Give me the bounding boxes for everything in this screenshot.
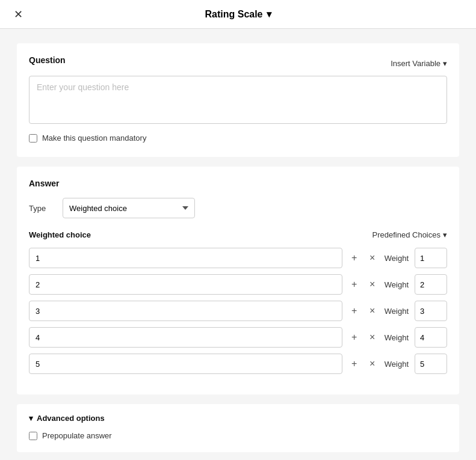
weight-label: Weight xyxy=(385,360,409,369)
title-chevron-icon: ▾ xyxy=(267,8,271,20)
choice-add-button[interactable]: + xyxy=(348,358,360,370)
prepopulate-row: Prepopulate answer xyxy=(29,431,447,440)
advanced-toggle-label: Advanced options xyxy=(37,414,105,423)
prepopulate-label[interactable]: Prepopulate answer xyxy=(42,431,112,440)
choice-row: +×Weight xyxy=(29,274,447,295)
weight-input[interactable] xyxy=(415,301,447,321)
weight-label: Weight xyxy=(385,280,409,289)
main-content: Question Insert Variable ▾ Make this que… xyxy=(0,29,476,460)
mandatory-label[interactable]: Make this question mandatory xyxy=(42,133,146,143)
choice-text-input[interactable] xyxy=(29,327,342,348)
choice-text-input[interactable] xyxy=(29,248,342,268)
question-input[interactable] xyxy=(29,76,447,124)
advanced-section: ▾ Advanced options Prepopulate answer xyxy=(17,404,459,452)
choice-remove-button[interactable]: × xyxy=(366,278,379,290)
question-label: Question xyxy=(29,55,66,65)
choice-row: +×Weight xyxy=(29,301,447,321)
choice-text-input[interactable] xyxy=(29,301,342,321)
insert-variable-chevron-icon: ▾ xyxy=(443,59,447,68)
predefined-choices-button[interactable]: Predefined Choices ▾ xyxy=(372,230,447,239)
weighted-header: Weighted choice Predefined Choices ▾ xyxy=(29,230,447,239)
choice-row: +×Weight xyxy=(29,354,447,374)
choice-row: +×Weight xyxy=(29,248,447,268)
mandatory-row: Make this question mandatory xyxy=(29,133,447,143)
choice-remove-button[interactable]: × xyxy=(366,358,379,370)
question-header-row: Question Insert Variable ▾ xyxy=(29,55,447,71)
header: ✕ Rating Scale ▾ xyxy=(0,0,476,29)
answer-title: Answer xyxy=(29,179,447,188)
weighted-choice-title: Weighted choice xyxy=(29,230,91,239)
type-label: Type xyxy=(29,204,53,213)
choice-add-button[interactable]: + xyxy=(348,278,360,290)
predefined-choices-text: Predefined Choices xyxy=(372,230,440,239)
advanced-triangle-icon: ▾ xyxy=(29,414,33,423)
title-text: Rating Scale xyxy=(205,9,262,20)
choice-add-button[interactable]: + xyxy=(348,305,360,317)
close-icon: ✕ xyxy=(14,8,23,21)
weight-input[interactable] xyxy=(415,354,447,374)
choice-remove-button[interactable]: × xyxy=(366,252,379,264)
weight-label: Weight xyxy=(385,254,409,263)
insert-variable-text: Insert Variable xyxy=(391,59,440,68)
choice-row: +×Weight xyxy=(29,327,447,348)
choice-text-input[interactable] xyxy=(29,274,342,295)
weight-label: Weight xyxy=(385,333,409,342)
mandatory-checkbox[interactable] xyxy=(29,134,37,143)
choice-remove-button[interactable]: × xyxy=(366,331,379,343)
choice-text-input[interactable] xyxy=(29,354,342,374)
predefined-chevron-icon: ▾ xyxy=(443,230,447,239)
choice-add-button[interactable]: + xyxy=(348,331,360,343)
weight-input[interactable] xyxy=(415,327,447,348)
header-title: Rating Scale ▾ xyxy=(205,8,271,20)
advanced-toggle-button[interactable]: ▾ Advanced options xyxy=(29,414,105,423)
answer-section: Answer Type Weighted choice Single choic… xyxy=(17,167,459,394)
choice-add-button[interactable]: + xyxy=(348,252,360,264)
weight-input[interactable] xyxy=(415,248,447,268)
weight-label: Weight xyxy=(385,307,409,316)
close-button[interactable]: ✕ xyxy=(10,6,26,23)
choice-remove-button[interactable]: × xyxy=(366,305,379,317)
choices-container: +×Weight+×Weight+×Weight+×Weight+×Weight xyxy=(29,248,447,374)
weight-input[interactable] xyxy=(415,274,447,295)
question-section: Question Insert Variable ▾ Make this que… xyxy=(17,43,459,157)
prepopulate-checkbox[interactable] xyxy=(29,432,37,440)
type-row: Type Weighted choice Single choice Multi… xyxy=(29,198,447,218)
insert-variable-button[interactable]: Insert Variable ▾ xyxy=(391,59,447,68)
type-select[interactable]: Weighted choice Single choice Multiple c… xyxy=(63,198,195,218)
